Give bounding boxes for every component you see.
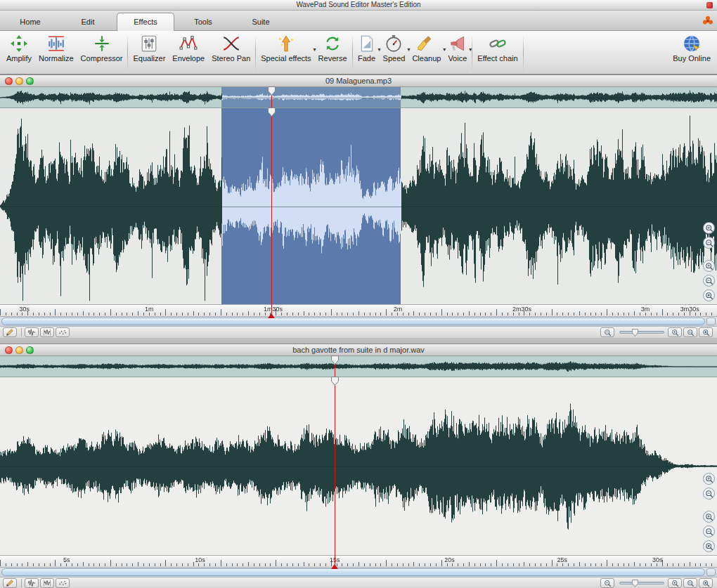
- zoom-out-button[interactable]: [703, 525, 715, 537]
- window-titlebar[interactable]: 09 Malaguena.mp3: [0, 75, 717, 87]
- draw-tool-button[interactable]: [3, 327, 17, 337]
- tab-edit[interactable]: Edit: [59, 13, 117, 30]
- window-statusbar: [0, 327, 717, 338]
- playhead-cursor[interactable]: [335, 356, 335, 568]
- window-title: bach gavotte from suite in d major.wav: [292, 346, 425, 354]
- sample-grid-icon: [58, 579, 67, 587]
- minimize-button[interactable]: [15, 77, 23, 85]
- cursor-handle-overview[interactable]: [331, 355, 339, 365]
- vertical-zoom-out-button[interactable]: [703, 488, 715, 499]
- normalize-button[interactable]: Normalize: [35, 32, 77, 74]
- envelope-icon: [179, 34, 198, 53]
- zoom-out-button[interactable]: [703, 275, 715, 287]
- voice-button[interactable]: ▾Voice: [444, 32, 470, 74]
- stereo-pan-button[interactable]: Stereo Pan: [208, 32, 254, 74]
- zoom-to-selection-button[interactable]: [683, 578, 697, 588]
- toolbar-separator: [127, 35, 128, 71]
- draw-tool-button[interactable]: [3, 578, 17, 588]
- wave-scrub-icon: [43, 328, 51, 337]
- horizontal-scrollbar[interactable]: [0, 317, 717, 327]
- cursor-triangle[interactable]: [268, 313, 275, 318]
- document-window-bach-gavotte: bach gavotte from suite in d major.wav 5…: [0, 344, 717, 588]
- cursor-handle-main[interactable]: [331, 377, 339, 386]
- waveform-view[interactable]: [0, 108, 717, 304]
- window-title: 09 Malaguena.mp3: [325, 77, 392, 85]
- slider-zoom-in-button[interactable]: [668, 327, 682, 337]
- zoom-all-button[interactable]: [699, 578, 713, 588]
- tab-suite[interactable]: Suite: [232, 13, 290, 30]
- cleanup-button[interactable]: ▾Cleanup: [408, 32, 444, 74]
- fade-button[interactable]: ▾Fade: [354, 32, 380, 74]
- zoom-button[interactable]: [26, 346, 34, 354]
- cursor-triangle[interactable]: [331, 564, 338, 569]
- playhead-cursor[interactable]: [271, 87, 272, 317]
- timeline-label: 25s: [557, 556, 567, 563]
- speed-icon: [385, 34, 403, 53]
- scrollbar-thumb[interactable]: [1, 318, 705, 325]
- zoom-button[interactable]: [26, 77, 34, 85]
- select-tool-button[interactable]: [25, 578, 39, 588]
- compressor-button[interactable]: Compressor: [77, 32, 127, 74]
- window-controls: [5, 77, 34, 85]
- timeline-ruler[interactable]: 5s10s15s20s25s30s: [0, 555, 717, 568]
- select-tool-button[interactable]: [25, 327, 39, 337]
- main-waveform-canvas[interactable]: [0, 108, 717, 304]
- tab-effects[interactable]: Effects: [117, 13, 174, 31]
- sample-view-button[interactable]: [56, 327, 70, 337]
- vertical-zoom-out-button[interactable]: [703, 237, 715, 249]
- amplify-button[interactable]: Amplify: [3, 32, 35, 74]
- zoom-slider: [600, 578, 714, 588]
- zoom-slider-thumb[interactable]: [632, 329, 638, 337]
- zoom-in-icon: [705, 513, 713, 521]
- reverse-icon: [323, 34, 342, 53]
- cursor-handle-main[interactable]: [268, 107, 276, 117]
- main-waveform-canvas[interactable]: [0, 377, 717, 555]
- vertical-zoom-in-button[interactable]: [703, 473, 715, 485]
- speed-button[interactable]: ▾Speed: [380, 32, 409, 74]
- waveform-view[interactable]: [0, 377, 717, 555]
- minimize-button[interactable]: [15, 346, 23, 354]
- toolbar-spacer: [525, 32, 670, 74]
- zoom-full-button[interactable]: [703, 540, 715, 552]
- buy-online-button[interactable]: Buy Online: [669, 32, 714, 74]
- reverse-button[interactable]: Reverse: [315, 32, 351, 74]
- overview-strip[interactable]: [0, 356, 717, 377]
- toolbar-separator: [523, 35, 524, 71]
- zoom-all-button[interactable]: [699, 327, 713, 337]
- overview-strip[interactable]: [0, 87, 717, 108]
- toolbar-button-label: Normalize: [39, 54, 74, 63]
- envelope-button[interactable]: Envelope: [169, 32, 208, 74]
- overview-waveform-canvas[interactable]: [0, 87, 717, 107]
- sample-view-button[interactable]: [56, 578, 70, 588]
- zoom-slider-thumb[interactable]: [632, 580, 638, 587]
- effects-toolbar: AmplifyNormalizeCompressorEqualizerEnvel…: [0, 31, 717, 74]
- scrollbar-thumb[interactable]: [1, 568, 705, 576]
- close-button[interactable]: [5, 346, 13, 354]
- cursor-handle-overview[interactable]: [268, 86, 276, 96]
- timeline-label: 3m: [641, 306, 650, 313]
- slider-zoom-out-button[interactable]: [600, 327, 614, 337]
- vertical-zoom-in-button[interactable]: [703, 222, 715, 234]
- zoom-in-button[interactable]: [703, 511, 715, 523]
- slider-zoom-in-button[interactable]: [668, 578, 682, 588]
- special-effects-button[interactable]: ▾Special effects: [257, 32, 314, 74]
- zoom-full-icon: [705, 542, 713, 551]
- zoom-in-button[interactable]: [703, 260, 715, 272]
- effect-chain-button[interactable]: Effect chain: [474, 32, 521, 74]
- scrub-tool-button[interactable]: [40, 327, 54, 337]
- horizontal-scrollbar[interactable]: [0, 568, 717, 577]
- timeline-ruler[interactable]: 30s1m1m30s2m2m30s3m3m30s: [0, 304, 717, 317]
- zoom-slider-track[interactable]: [619, 331, 664, 334]
- tab-home[interactable]: Home: [1, 13, 59, 30]
- zoom-full-button[interactable]: [703, 289, 715, 301]
- equalizer-button[interactable]: Equalizer: [129, 32, 169, 74]
- overview-waveform-canvas[interactable]: [0, 356, 717, 377]
- close-button[interactable]: [5, 77, 13, 85]
- slider-zoom-out-button[interactable]: [600, 578, 614, 588]
- tab-tools[interactable]: Tools: [174, 13, 232, 30]
- window-titlebar[interactable]: bach gavotte from suite in d major.wav: [0, 344, 717, 356]
- zoom-to-selection-button[interactable]: [683, 327, 697, 337]
- normalize-icon: [47, 34, 65, 53]
- scrub-tool-button[interactable]: [40, 578, 54, 588]
- zoom-slider-track[interactable]: [619, 582, 664, 584]
